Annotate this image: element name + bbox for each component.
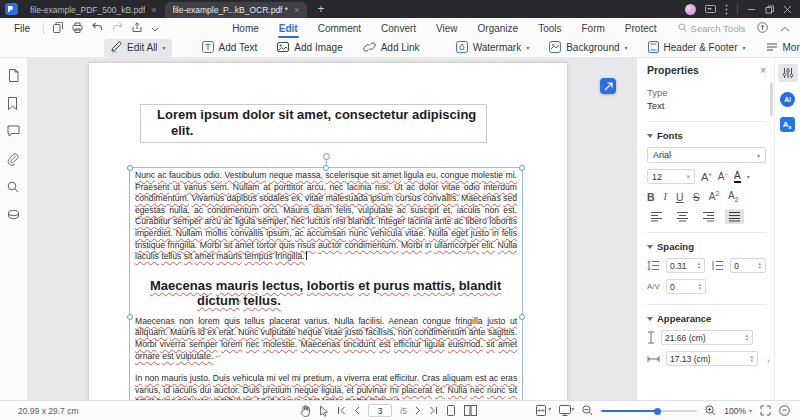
fonts-section-header[interactable]: Fonts: [647, 130, 766, 141]
resize-handle-mid-right[interactable]: [519, 314, 525, 320]
underline-button[interactable]: U: [676, 191, 684, 203]
single-page-view-icon[interactable]: [446, 405, 456, 416]
strikethrough-button[interactable]: S: [693, 191, 700, 203]
copy-icon[interactable]: [53, 22, 63, 35]
edit-all-button[interactable]: Edit All ▾: [104, 39, 172, 57]
more-menu-icon[interactable]: [725, 4, 728, 15]
next-page-icon[interactable]: [415, 406, 421, 415]
menu-file[interactable]: File: [10, 21, 34, 36]
height-input[interactable]: 21.66 (cm) ▲▼: [661, 330, 753, 345]
document-tab-2-active[interactable]: file-example_P...kB_OCR.pdf * ×: [165, 2, 308, 18]
close-panel-icon[interactable]: ×: [760, 65, 766, 76]
paragraph-3[interactable]: In non mauris justo. Duis vehicula mi ve…: [135, 373, 517, 400]
menu-organize[interactable]: Organize: [477, 20, 520, 37]
stepper-arrows[interactable]: ▲▼: [750, 355, 754, 362]
add-link-button[interactable]: Add Link: [357, 39, 426, 57]
rotate-handle[interactable]: [323, 153, 330, 160]
floating-export-button[interactable]: [600, 78, 616, 94]
chevron-down-icon[interactable]: ▾: [747, 173, 750, 180]
document-heading2[interactable]: Maecenas mauris lectus, lobortis et puru…: [135, 278, 517, 311]
spacing-section-header[interactable]: Spacing: [647, 241, 766, 252]
undo-icon[interactable]: [92, 22, 103, 34]
search-icon[interactable]: [7, 181, 20, 194]
menu-convert[interactable]: Convert: [380, 20, 417, 37]
bold-button[interactable]: B: [647, 191, 655, 203]
menu-form[interactable]: Form: [581, 20, 606, 37]
collapse-statusbar-icon[interactable]: [779, 405, 790, 416]
resize-handle-mid-left[interactable]: [127, 314, 133, 320]
paragraph-2[interactable]: Maecenas non lorem quis tellus placerat …: [135, 316, 517, 362]
stepper-arrows[interactable]: ▲▼: [697, 262, 701, 269]
font-color-button[interactable]: A: [734, 171, 741, 183]
feedback-icon[interactable]: [705, 5, 716, 14]
background-button[interactable]: Background ▾: [543, 39, 633, 57]
fit-page-icon[interactable]: ▾: [536, 405, 551, 416]
user-avatar[interactable]: [685, 4, 696, 15]
minimize-button[interactable]: [747, 5, 756, 14]
align-right-button[interactable]: [699, 209, 718, 224]
select-tool-icon[interactable]: [319, 405, 329, 417]
panel-scrollbar[interactable]: [770, 82, 773, 116]
appearance-section-header[interactable]: Appearance: [647, 313, 766, 324]
previous-page-icon[interactable]: [354, 406, 360, 415]
watermark-button[interactable]: Watermark ▾: [450, 39, 536, 57]
zoom-level-select[interactable]: 100% ▾: [724, 406, 752, 416]
line-spacing-input[interactable]: 0.31 ▲▼: [666, 258, 705, 273]
menu-protect[interactable]: Protect: [624, 20, 658, 37]
italic-button[interactable]: I: [664, 191, 668, 202]
comments-icon[interactable]: [7, 125, 20, 138]
paragraph-spacing-input[interactable]: 0 ▲▼: [730, 258, 766, 273]
print-icon[interactable]: [72, 22, 83, 35]
restore-button[interactable]: [765, 5, 774, 14]
two-page-view-icon[interactable]: [464, 405, 477, 416]
zoom-slider-knob[interactable]: [654, 408, 661, 415]
caret-down-icon[interactable]: [151, 23, 159, 34]
font-size-input[interactable]: 12 ▾: [647, 169, 695, 184]
collapse-toolbar-icon[interactable]: [780, 23, 790, 34]
pdf-page[interactable]: Lorem ipsum dolor sit amet, consectetur …: [88, 62, 568, 400]
selected-text-block[interactable]: Nunc ac faucibus odio. Vestibulum neque …: [129, 167, 523, 400]
panel-expand-chevron[interactable]: ›: [767, 356, 770, 366]
width-input[interactable]: 17.13 (cm) ▲▼: [666, 351, 758, 366]
menu-view[interactable]: View: [435, 20, 459, 37]
more-button[interactable]: More ▾: [760, 40, 800, 56]
superscript-button[interactable]: A2: [709, 190, 719, 202]
zoom-slider[interactable]: [601, 406, 697, 416]
menu-edit[interactable]: Edit: [278, 20, 299, 37]
font-family-select[interactable]: Arial ▾: [647, 147, 766, 163]
bookmarks-icon[interactable]: [7, 97, 20, 110]
stepper-arrows[interactable]: ▲▼: [698, 283, 702, 290]
tab-close-icon[interactable]: ×: [294, 6, 299, 15]
menu-tools[interactable]: Tools: [537, 20, 562, 37]
increase-font-button[interactable]: A+: [701, 171, 712, 183]
menu-home[interactable]: Home: [231, 20, 260, 37]
document-area[interactable]: Lorem ipsum dolor sit amet, consectetur …: [28, 58, 636, 400]
subscript-button[interactable]: A2: [728, 190, 738, 203]
hand-tool-icon[interactable]: [300, 405, 311, 417]
align-left-button[interactable]: [647, 209, 666, 224]
share-icon[interactable]: [132, 22, 142, 35]
document-tab-1[interactable]: file-example_PDF_500_kB.pdf ×: [22, 2, 165, 18]
zoom-in-icon[interactable]: [705, 405, 716, 416]
first-page-icon[interactable]: [337, 406, 346, 415]
document-text-body[interactable]: Nunc ac faucibus odio. Vestibulum neque …: [135, 170, 517, 400]
align-center-button[interactable]: [673, 209, 692, 224]
redo-icon[interactable]: [112, 22, 123, 34]
add-image-button[interactable]: Add Image: [271, 39, 348, 57]
stepper-arrows[interactable]: ▲▼: [745, 334, 749, 341]
add-text-button[interactable]: Add Text: [196, 39, 264, 57]
properties-strip-icon[interactable]: [778, 64, 798, 82]
tab-close-icon[interactable]: ×: [151, 6, 156, 15]
translate-icon[interactable]: Aa: [780, 117, 795, 132]
zoom-out-icon[interactable]: [582, 405, 593, 416]
stamp-icon[interactable]: [7, 209, 20, 222]
ai-assistant-icon[interactable]: AI: [780, 92, 795, 107]
page-number-input[interactable]: 3: [368, 404, 392, 417]
page-layout-icon[interactable]: ▾: [559, 405, 574, 416]
last-page-icon[interactable]: [429, 406, 438, 415]
search-tools[interactable]: Search Tools: [678, 23, 746, 34]
cloud-upload-icon[interactable]: [757, 22, 768, 35]
character-spacing-input[interactable]: 0 ▲▼: [666, 279, 706, 294]
header-footer-button[interactable]: Header & Footer ▾: [642, 39, 752, 57]
align-justify-button[interactable]: [725, 209, 744, 224]
